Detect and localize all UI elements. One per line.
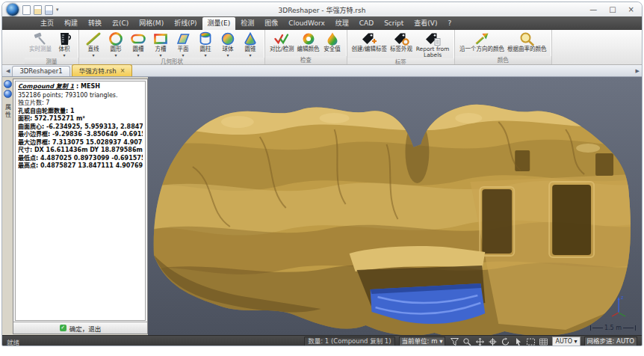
ribbon-button-label: 标签外观 [390, 46, 412, 52]
ribbon-button-2-6[interactable]: 圆柱▾ [194, 31, 217, 58]
ribbon-button-3-1[interactable]: 对比/检测 [268, 31, 296, 52]
direction-color-icon [474, 31, 490, 46]
ribbon-button-label: 根据曲率的颜色 [507, 46, 547, 52]
ribbon-button-4-2[interactable]: 标签外观 [388, 31, 414, 52]
curvature-color-icon [518, 31, 535, 46]
properties-strip-label[interactable]: 属性 [4, 104, 12, 119]
edit-colors-icon [300, 31, 317, 46]
ribbon-button-3-2[interactable]: 编辑颜色 [296, 31, 321, 52]
object-type: : MESH [74, 83, 100, 90]
save-icon[interactable] [45, 5, 53, 15]
ribbon-button-label: 圆柱 [200, 46, 211, 52]
ribbon-group-3: 对比/检测编辑颜色安全值检查 [265, 30, 347, 64]
app-logo[interactable] [6, 3, 19, 16]
quick-access-toolbar: ▾ [6, 3, 59, 16]
close-button[interactable]: × [628, 5, 634, 13]
touch-icon[interactable] [513, 337, 523, 346]
tab-scroll-left-icon[interactable]: ◀ [4, 68, 12, 74]
menu-tab-10[interactable]: CloudWorx [283, 17, 329, 30]
select-icon[interactable] [525, 337, 536, 346]
ribbon-button-label: 圆槽 [133, 46, 144, 52]
ribbon-button-label: 圆锥 [245, 46, 256, 52]
menu-tab-8[interactable]: 检测 [235, 17, 259, 30]
blue-ball-icon-1[interactable] [4, 80, 12, 88]
plane-icon [175, 31, 191, 46]
beaker-icon [56, 31, 72, 46]
quick-access-caret-icon[interactable]: ▾ [56, 7, 59, 13]
ribbon-button-2-2[interactable]: 圆形▾ [105, 31, 127, 58]
menu-tab-2[interactable]: 构建 [59, 17, 83, 30]
document-tab-2[interactable]: 华强方特.rsh× [72, 64, 133, 76]
menu-tab-5[interactable]: 网格(M) [134, 17, 169, 30]
filter-icon[interactable] [449, 337, 459, 346]
ribbon-button-4-3[interactable]: Report from Labels [414, 31, 451, 58]
ribbon-button-2-1[interactable]: 直线▾ [82, 31, 105, 58]
center-icon[interactable] [487, 337, 498, 346]
open-file-icon[interactable] [34, 5, 42, 15]
new-file-icon[interactable] [22, 5, 31, 15]
tag-report-icon [424, 31, 442, 46]
ribbon-tab-strip: 主页构建转换云(C)网格(M)折线(P)测量(E)检测图像CloudWorx纹理… [2, 16, 642, 30]
ribbon-button-1-2[interactable]: 体积▾ [53, 31, 75, 58]
unit-selector[interactable]: 当前单位: m ▾ [399, 337, 446, 346]
property-line-7: 最大边界框: 7.313075 15.028937 4.907694 [18, 139, 143, 147]
property-line-3: 孔或自由轮廓数量: 1 [18, 108, 143, 116]
ribbon-button-label: 平面 [178, 46, 189, 52]
property-line-6: 最小边界框: -9.29836 -3.850649 -0.6915758 [18, 131, 143, 139]
properties-panel-content: Compound 复制 1 : MESH 352186 points; 7931… [15, 81, 146, 321]
tag-plus-icon [360, 31, 378, 46]
compare-icon [273, 31, 290, 46]
blue-ball-icon-2[interactable] [4, 90, 12, 98]
ribbon-button-4-1[interactable]: 创建/编辑标签 [350, 31, 389, 52]
grid-step-box[interactable]: 网格步进: AUTO [584, 337, 638, 346]
grid-icon[interactable] [538, 337, 548, 346]
property-line-4: 面积: 572.715271 m² [18, 115, 143, 123]
menu-tab-9[interactable]: 图像 [259, 17, 283, 30]
property-line-2: 独立片数: 7 [18, 99, 143, 108]
menu-tab-14[interactable]: 查看(V) [409, 17, 442, 30]
maximize-button[interactable]: □ [609, 5, 616, 13]
auto-selector[interactable]: AUTO ▾ [552, 337, 580, 346]
zoom-icon[interactable] [462, 337, 472, 346]
ribbon-button-5-1[interactable]: 沿一个方向的颜色 [458, 31, 506, 52]
property-line-1: 352186 points; 793100 triangles. [18, 92, 143, 100]
slot-icon [130, 31, 146, 46]
viewport-3d[interactable]: z 1.5 m [148, 77, 642, 335]
pan-icon[interactable] [474, 337, 485, 346]
ribbon-group-5: 沿一个方向的颜色根据曲率的颜色颜色 [455, 30, 552, 64]
property-line-8: 尺寸: DX 16.611436m DY 18.879586m DZ 5.599… [18, 147, 143, 155]
ribbon-button-3-3[interactable]: 安全值 [321, 31, 344, 52]
minimize-button[interactable]: — [589, 5, 597, 13]
document-tab-label: 3DReshaper1 [19, 67, 62, 75]
rect-icon [152, 31, 169, 46]
menu-tab-11[interactable]: 纹理 [330, 17, 354, 30]
document-tab-1[interactable]: 3DReshaper1 [12, 66, 69, 76]
menu-tab-13[interactable]: Script [379, 17, 409, 30]
status-bar: 就绪 数量: 1 (Compound 复制 1) 当前单位: m ▾ AUTO … [2, 335, 642, 346]
ribbon-button-label: 编辑颜色 [297, 46, 320, 52]
ribbon-button-2-5[interactable]: 平面▾ [172, 31, 194, 58]
menu-tab-1[interactable]: 主页 [35, 17, 59, 30]
close-tab-icon[interactable]: × [120, 67, 126, 74]
rotate-icon[interactable] [500, 337, 510, 346]
menu-tab-3[interactable]: 转换 [83, 17, 107, 30]
ribbon-button-5-2[interactable]: 根据曲率的颜色 [506, 31, 548, 52]
menu-tab-6[interactable]: 折线(P) [169, 17, 202, 30]
ribbon-button-2-4[interactable]: 方槽▾ [149, 31, 172, 58]
property-line-10: 最高点: 0.4875827 13.847111 4.907694 [18, 162, 143, 171]
ribbon-button-2-8[interactable]: 圆锥▾ [239, 31, 261, 58]
ribbon-button-2-7[interactable]: 球体▾ [217, 31, 239, 58]
ribbon-button-2-3[interactable]: 圆槽▾ [127, 31, 149, 58]
check-icon: ✓ [60, 325, 66, 331]
properties-panel: Compound 复制 1 : MESH 352186 points; 7931… [13, 79, 148, 334]
confirm-exit-button[interactable]: ✓ 确定，退出 [13, 322, 147, 334]
line-icon [85, 31, 102, 46]
menu-tab-7[interactable]: 测量(E) [202, 17, 236, 30]
menu-tab-4[interactable]: 云(C) [107, 17, 134, 30]
ribbon-group-1: 实时测量体积▾测量 [25, 30, 79, 64]
hammer-icon [32, 31, 49, 46]
tab-scroll-right-icon[interactable]: ▶ [634, 68, 642, 74]
ribbon-button-1-1[interactable]: 实时测量 [28, 31, 53, 52]
menu-tab-12[interactable]: CAD [354, 17, 379, 30]
menu-tab-15[interactable]: ? [442, 17, 456, 30]
